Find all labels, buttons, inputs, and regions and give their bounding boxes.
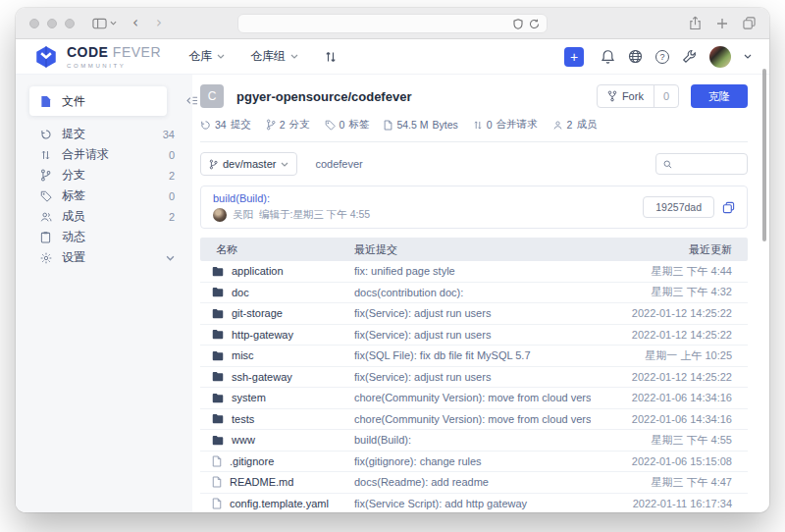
table-row[interactable]: systemchore(Community Version): move fro…	[200, 388, 748, 409]
copy-hash-icon[interactable]	[722, 201, 735, 214]
help-icon[interactable]: ?	[655, 50, 669, 64]
latest-commit-card: build(Build): 吴阳 编辑于:星期三 下午 4:55 19257da…	[200, 186, 748, 229]
file-commit-cell[interactable]: fix(gitignore): change rules	[354, 455, 591, 467]
table-row[interactable]: .gitignorefix(gitignore): change rules20…	[200, 452, 748, 473]
file-name-cell[interactable]: system	[200, 392, 354, 403]
file-name-cell[interactable]: www	[200, 434, 354, 446]
forward-button[interactable]: ›	[156, 16, 162, 30]
tab-overview-icon[interactable]	[743, 17, 756, 29]
commit-message-link[interactable]: build(Build):	[213, 192, 370, 204]
table-row[interactable]: ssh-gatewayfix(Service): adjust run user…	[200, 367, 748, 389]
table-row[interactable]: testschore(Community Version): move from…	[200, 409, 748, 431]
nav-repository-group[interactable]: 仓库组	[250, 48, 298, 65]
table-row[interactable]: miscfix(SQL File): fix db file fit MySQL…	[200, 346, 748, 367]
activities-icon[interactable]	[324, 50, 338, 64]
page-scrollbar-thumb[interactable]	[762, 69, 766, 241]
table-row[interactable]: README.mddocs(Readme): add readme星期三 下午 …	[200, 472, 748, 494]
file-name-cell[interactable]: application	[200, 265, 354, 277]
sidebar-item-settings[interactable]: 设置	[16, 247, 192, 268]
create-new-button[interactable]: +	[564, 47, 584, 67]
file-commit-cell[interactable]: fix: unified page style	[354, 265, 591, 277]
sidebar-item-activities[interactable]: 动态	[16, 227, 192, 247]
file-updated-cell: 2022-01-11 16:17:34	[591, 498, 748, 509]
share-icon[interactable]	[689, 16, 702, 30]
traffic-lights	[29, 19, 75, 28]
language-globe-icon[interactable]	[628, 49, 643, 64]
sidebar-item-members[interactable]: 成员 2	[16, 206, 192, 227]
file-name-cell[interactable]: git-storage	[200, 307, 354, 319]
codefever-logo[interactable]: CODE FEVER COMMUNITY	[33, 44, 161, 70]
stat-commits[interactable]: 34提交	[200, 118, 251, 132]
notifications-bell-icon[interactable]	[601, 49, 615, 64]
file-commit-cell[interactable]: chore(Community Version): move from clou…	[354, 392, 591, 403]
repo-name: pgyer-opensource/codefever	[236, 89, 411, 104]
reload-icon[interactable]	[529, 19, 540, 29]
back-button[interactable]: ‹	[132, 16, 138, 30]
merge-request-icon	[473, 120, 483, 131]
file-commit-cell[interactable]: fix(Service Script): add http gateway	[354, 498, 591, 509]
merge-request-icon	[39, 149, 52, 161]
stat-members[interactable]: 2成员	[552, 118, 598, 132]
minimize-window-button[interactable]	[47, 19, 57, 28]
file-name: application	[232, 265, 284, 277]
fork-button[interactable]: Fork	[598, 85, 654, 107]
file-name-cell[interactable]: misc	[200, 349, 354, 361]
file-commit-cell[interactable]: fix(Service): adjust run users	[354, 307, 591, 319]
stat-merge-requests[interactable]: 0合并请求	[473, 118, 538, 132]
file-name-cell[interactable]: config.template.yaml	[200, 498, 354, 509]
file-name-cell[interactable]: ssh-gateway	[200, 371, 354, 383]
stat-size[interactable]: 54.5 MBytes	[384, 119, 457, 131]
members-icon	[39, 211, 52, 223]
new-tab-icon[interactable]	[716, 18, 728, 29]
breadcrumb-path[interactable]: codefever	[315, 158, 362, 170]
file-commit-cell[interactable]: fix(Service): adjust run users	[354, 371, 591, 383]
branch-selector[interactable]: dev/master	[200, 152, 297, 176]
sidebar-item-tags[interactable]: 标签 0	[16, 186, 192, 206]
stat-tags[interactable]: 0标签	[325, 118, 370, 132]
sidebar-item-commits[interactable]: 提交 34	[16, 124, 192, 144]
table-row[interactable]: git-storagefix(Service): adjust run user…	[200, 303, 748, 325]
sidebar-item-merge-requests[interactable]: 合并请求 0	[16, 144, 192, 165]
zoom-window-button[interactable]	[65, 19, 75, 28]
sidebar-item-files[interactable]: 文件	[29, 86, 167, 116]
feedback-tools-icon[interactable]	[682, 49, 697, 64]
nav-repository[interactable]: 仓库	[188, 48, 225, 65]
commit-hash[interactable]: 19257dad	[643, 196, 714, 218]
table-row[interactable]: wwwbuild(Build):星期三 下午 4:55	[200, 430, 748, 452]
file-commit-cell[interactable]: chore(Community Version): move from clou…	[354, 413, 591, 425]
file-commit-cell[interactable]: fix(Service): adjust run users	[354, 329, 591, 341]
folder-icon	[212, 266, 224, 277]
folder-icon	[212, 435, 224, 446]
table-row[interactable]: http-gatewayfix(Service): adjust run use…	[200, 325, 748, 346]
privacy-report-icon[interactable]	[513, 19, 523, 29]
clone-button[interactable]: 克隆	[691, 84, 748, 108]
file-commit-cell[interactable]: fix(SQL File): fix db file fit MySQL 5.7	[354, 349, 591, 361]
table-row[interactable]: applicationfix: unified page style星期三 下午…	[200, 261, 748, 283]
fork-button-group: Fork 0	[597, 84, 679, 108]
sidebar-toggle-button[interactable]	[92, 18, 117, 29]
file-name-cell[interactable]: tests	[200, 413, 354, 425]
file-icon	[212, 476, 222, 488]
file-name-cell[interactable]: http-gateway	[200, 329, 354, 341]
table-row[interactable]: docdocs(contribution doc):星期三 下午 4:32	[200, 283, 748, 304]
fork-count[interactable]: 0	[654, 85, 678, 107]
file-search-box[interactable]	[655, 153, 748, 175]
file-commit-cell[interactable]: docs(contribution doc):	[354, 287, 591, 298]
search-input[interactable]	[677, 158, 740, 170]
header-commit: 最近提交	[354, 242, 591, 257]
sidebar-item-branches[interactable]: 分支 2	[16, 165, 192, 186]
browser-toolbar: ‹ ›	[16, 8, 769, 39]
user-avatar[interactable]	[709, 46, 731, 68]
file-updated-cell: 2022-01-12 14:25:22	[591, 371, 748, 383]
account-chevron-down-icon[interactable]	[744, 54, 752, 59]
stat-branches[interactable]: 2分支	[266, 118, 310, 132]
history-icon	[39, 129, 52, 140]
address-bar[interactable]	[237, 14, 548, 33]
file-name-cell[interactable]: doc	[200, 287, 354, 298]
file-commit-cell[interactable]: build(Build):	[354, 434, 591, 446]
close-window-button[interactable]	[29, 19, 39, 28]
file-commit-cell[interactable]: docs(Readme): add readme	[354, 476, 591, 488]
table-row[interactable]: config.template.yamlfix(Service Script):…	[200, 494, 748, 513]
file-name-cell[interactable]: .gitignore	[200, 455, 354, 467]
file-name-cell[interactable]: README.md	[200, 476, 354, 488]
